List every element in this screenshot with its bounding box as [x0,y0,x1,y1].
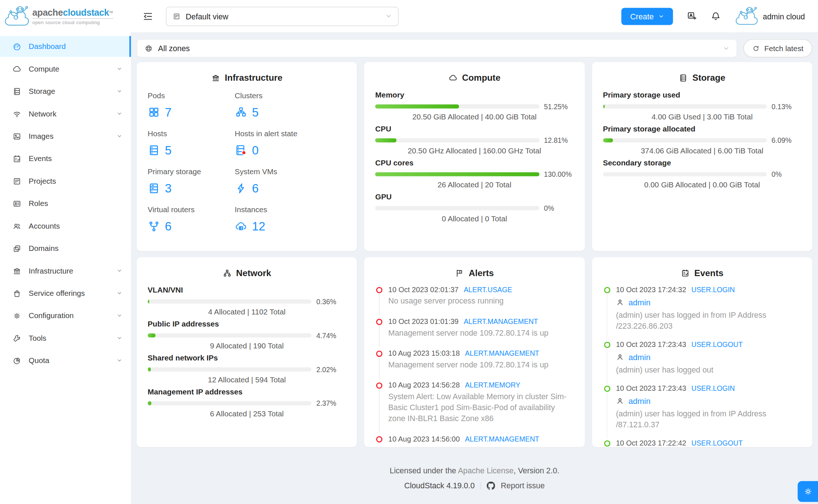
sidebar-item-service-offerings[interactable]: Service offerings [0,283,131,303]
cards-grid: Infrastructure Pods 7 Clusters 5 Hosts [137,62,812,447]
sidebar-item-events[interactable]: Events [0,148,131,169]
card-title-text: Network [236,268,271,279]
hdd-icon [148,182,160,195]
sidebar-item-quota[interactable]: Quota [0,350,131,371]
stat-primary-storage[interactable]: Primary storage 3 [148,167,235,195]
infrastructure-card-title: Infrastructure [137,62,357,85]
database-icon [12,87,21,96]
notifications-bell-icon[interactable] [711,11,721,22]
logo-text: apachecloudstack™ open source cloud comp… [33,8,113,25]
sidebar-item-configuration[interactable]: Configuration [0,305,131,326]
progress-track [148,333,311,337]
stat-system-vms[interactable]: System VMs 6 [235,167,346,195]
stat-instances[interactable]: Instances 12 [235,205,346,233]
sidebar-item-label: Accounts [29,222,122,230]
alert-item: 10 Aug 2023 14:56:28ALERT.MEMORY System … [364,380,574,424]
event-type-link[interactable]: USER.LOGOUT [691,341,742,348]
logo-cloudstack: cloudstack [63,7,109,18]
alert-type-link[interactable]: ALERT.USAGE [464,286,512,294]
sidebar-item-tools[interactable]: Tools [0,328,131,348]
translate-icon[interactable] [687,11,697,22]
stat-value: 7 [165,106,171,119]
stat-hosts-alert[interactable]: Hosts in alert state 0 [235,128,346,157]
meter-label: CPU cores [375,157,574,168]
fetch-latest-button[interactable]: Fetch latest [744,39,813,57]
reload-icon [752,45,760,52]
meter-label: Management IP addresses [148,387,346,398]
event-type-link[interactable]: USER.LOGIN [691,286,735,294]
card-title-text: Alerts [469,268,494,279]
stat-clusters[interactable]: Clusters 5 [235,90,346,119]
stat-label: Clusters [235,90,346,101]
database-icon [148,144,160,156]
alert-type-link[interactable]: ALERT.MANAGEMENT [465,435,539,443]
sidebar-item-domains[interactable]: Domains [0,238,131,259]
wifi-icon [12,109,21,118]
schedule-icon [681,269,689,278]
meter-cpu: CPU 12.81% 20.50 GHz Allocated | 160.00 … [375,124,574,157]
sidebar-item-infrastructure[interactable]: Infrastructure [0,260,131,281]
menu-fold-icon[interactable] [142,11,153,22]
sidebar-item-storage[interactable]: Storage [0,81,131,102]
cloud-server-icon [235,220,247,233]
meter-caption: 6 Allocated | 253 Total [148,409,346,420]
infrastructure-card: Infrastructure Pods 7 Clusters 5 Hosts [137,62,357,251]
storage-meters: Primary storage used 0.13% 4.00 GiB Used… [592,85,812,191]
network-meters: VLAN/VNI 0.36% 4 Allocated | 1102 Total … [137,280,357,419]
stat-pods[interactable]: Pods 7 [148,90,235,119]
stat-label: Hosts in alert state [235,128,346,139]
meter-label: Memory [375,90,574,101]
meter-management-ips: Management IP addresses 2.37% 6 Allocate… [148,387,346,420]
user-menu[interactable]: admin cloud [735,6,805,27]
event-user-link[interactable]: admin [628,352,650,362]
sidebar-menu: Dashboard Compute Storage Network Images [0,33,131,373]
alert-dot [376,318,382,325]
pie-chart-icon [12,356,21,365]
app-logo[interactable]: apachecloudstack™ open source cloud comp… [0,0,131,33]
logo-divider [33,18,113,18]
view-select[interactable]: Default view [166,7,398,26]
stat-hosts[interactable]: Hosts 5 [148,128,235,157]
sidebar-item-images[interactable]: Images [0,126,131,146]
progress-fill [148,333,155,337]
alert-type-link[interactable]: ALERT.MANAGEMENT [465,350,539,357]
team-icon [12,221,21,230]
create-button[interactable]: Create [622,8,673,25]
alert-type-link[interactable]: ALERT.MEMORY [465,381,520,389]
sidebar-item-roles[interactable]: Roles [0,193,131,214]
event-user-link[interactable]: admin [628,396,650,406]
chevron-down-icon [117,268,122,273]
meter-caption: 4 Allocated | 1102 Total [148,307,346,318]
stat-value: 3 [165,182,171,195]
meter-label: Shared network IPs [148,353,346,364]
sidebar-item-compute[interactable]: Compute [0,58,131,79]
progress-fill [375,138,397,142]
alerts-card: Alerts 10 Oct 2023 02:01:37ALERT.USAGE N… [364,257,585,447]
progress-fill [148,367,151,371]
alert-item: 10 Aug 2023 14:56:00ALERT.MANAGEMENT [364,434,574,444]
sidebar-item-accounts[interactable]: Accounts [0,215,131,236]
database-alert-icon [235,144,247,156]
storage-card-title: Storage [592,62,812,85]
settings-fab-button[interactable] [798,481,818,502]
sidebar-item-dashboard[interactable]: Dashboard [0,36,131,57]
sidebar-item-projects[interactable]: Projects [0,171,131,191]
zone-select[interactable]: All zones [137,39,737,57]
event-type-link[interactable]: USER.LOGOUT [691,439,742,447]
event-user-link[interactable]: admin [628,298,650,307]
gear-icon [803,487,813,496]
alert-type-link[interactable]: ALERT.MANAGEMENT [464,318,538,325]
event-type-link[interactable]: USER.LOGIN [691,385,735,392]
stat-label: Virtual routers [148,205,235,215]
sidebar-item-label: Storage [29,87,117,96]
alert-time: 10 Aug 2023 14:56:00 [388,435,460,443]
sidebar-item-network[interactable]: Network [0,103,131,124]
stat-virtual-routers[interactable]: Virtual routers 6 [148,205,235,233]
license-line: Licensed under the Apache License, Versi… [137,466,812,475]
report-issue-link[interactable]: Report issue [501,481,544,490]
event-time: 10 Oct 2023 17:24:32 [616,285,686,294]
alerts-timeline: 10 Oct 2023 02:01:37ALERT.USAGE No usage… [364,280,585,444]
apache-license-link[interactable]: Apache License [458,466,514,475]
zone-toolbar: All zones Fetch latest [137,39,812,57]
dashboard-content: All zones Fetch latest Infrastructure [131,33,818,504]
